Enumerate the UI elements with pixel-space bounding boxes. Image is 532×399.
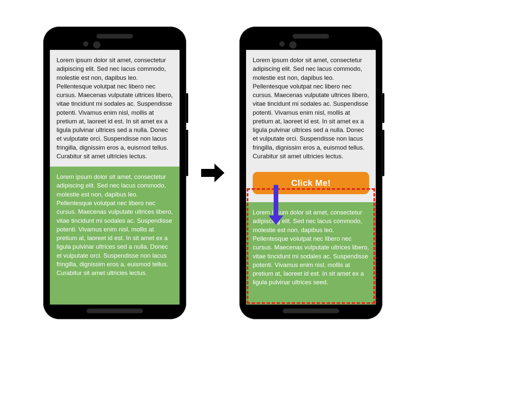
camera-dot-icon: [279, 41, 285, 47]
after-paragraph-2: Lorem ipsum dolor sit amet, consectetur …: [246, 202, 376, 305]
camera-dot-icon: [83, 41, 88, 47]
transition-arrow-icon: [200, 160, 226, 186]
diagram-stage: Lorem ipsum dolor sit amet, consectetur …: [0, 13, 426, 332]
phone-after-screen: Lorem ipsum dolor sit amet, consectetur …: [246, 50, 376, 305]
camera-lens-icon: [93, 41, 100, 49]
before-paragraph-2: Lorem ipsum dolor sit amet, consectetur …: [50, 167, 180, 305]
click-me-button[interactable]: Click Me!: [253, 172, 369, 194]
svg-marker-0: [201, 164, 224, 182]
phone-before: Lorem ipsum dolor sit amet, consectetur …: [43, 27, 186, 319]
camera-lens-icon: [289, 41, 297, 49]
bottom-speaker: [283, 309, 339, 313]
speaker-grille: [293, 34, 329, 39]
before-paragraph-1: Lorem ipsum dolor sit amet, consectetur …: [50, 50, 180, 167]
after-paragraph-1: Lorem ipsum dolor sit amet, consectetur …: [246, 50, 376, 167]
phone-after: Lorem ipsum dolor sit amet, consectetur …: [239, 27, 382, 319]
button-container: Click Me!: [246, 167, 376, 202]
speaker-grille: [96, 34, 133, 39]
phone-before-screen: Lorem ipsum dolor sit amet, consectetur …: [50, 50, 180, 305]
bottom-speaker: [86, 309, 143, 313]
